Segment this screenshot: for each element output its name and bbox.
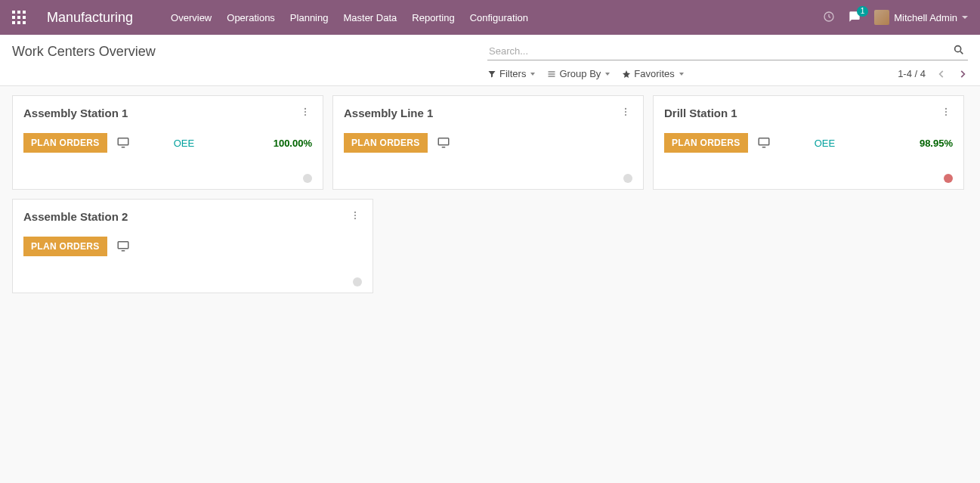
svg-point-16 <box>625 111 626 113</box>
svg-point-24 <box>354 215 356 216</box>
svg-rect-2 <box>23 11 26 14</box>
svg-rect-14 <box>118 138 128 144</box>
apps-icon[interactable] <box>12 11 26 24</box>
card-title: Assembly Line 1 <box>344 107 433 119</box>
svg-point-19 <box>945 108 947 110</box>
svg-point-13 <box>305 114 306 116</box>
svg-point-25 <box>354 218 356 219</box>
clock-icon[interactable] <box>823 11 835 25</box>
nav-reporting[interactable]: Reporting <box>404 0 462 35</box>
tablet-icon[interactable] <box>437 135 450 151</box>
nav-planning[interactable]: Planning <box>283 0 336 35</box>
plan-orders-button[interactable]: PLAN ORDERS <box>23 133 107 153</box>
workcenter-card[interactable]: Assemble Station 2 PLAN ORDERS <box>12 199 373 293</box>
workcenter-card[interactable]: Assembly Line 1 PLAN ORDERS <box>332 95 644 190</box>
plan-orders-button[interactable]: PLAN ORDERS <box>664 133 748 153</box>
svg-point-15 <box>625 108 626 110</box>
svg-point-23 <box>354 212 356 213</box>
oee-label[interactable]: OEE <box>815 138 835 149</box>
avatar <box>874 10 889 25</box>
plan-orders-button[interactable]: PLAN ORDERS <box>23 237 107 256</box>
pager-text[interactable]: 1-4 / 4 <box>898 68 926 79</box>
control-panel: Work Centers Overview Filters Group By <box>0 35 980 86</box>
user-menu[interactable]: Mitchell Admin <box>874 10 968 25</box>
filters-label: Filters <box>499 68 526 79</box>
chevron-down-icon <box>530 73 535 76</box>
messaging-button[interactable]: 1 <box>849 11 861 25</box>
workcenter-card[interactable]: Assembly Station 1 PLAN ORDERS OEE 100.0… <box>12 95 323 190</box>
search-input[interactable] <box>487 42 950 60</box>
search-icon[interactable] <box>950 44 968 58</box>
status-dot[interactable] <box>353 277 362 286</box>
star-icon <box>622 70 631 79</box>
svg-rect-26 <box>118 241 128 248</box>
favorites-button[interactable]: Favorites <box>622 68 683 79</box>
svg-point-17 <box>625 114 626 116</box>
nav-configuration[interactable]: Configuration <box>462 0 536 35</box>
svg-rect-4 <box>17 16 20 19</box>
plan-orders-button[interactable]: PLAN ORDERS <box>344 133 428 153</box>
card-menu-icon[interactable] <box>939 105 953 121</box>
svg-rect-8 <box>23 21 26 24</box>
workcenter-card[interactable]: Drill Station 1 PLAN ORDERS OEE 98.95% <box>653 95 964 190</box>
card-menu-icon[interactable] <box>298 105 312 121</box>
tablet-icon[interactable] <box>116 135 130 151</box>
card-menu-icon[interactable] <box>348 209 362 224</box>
svg-rect-3 <box>12 16 15 19</box>
card-menu-icon[interactable] <box>619 105 632 121</box>
kanban-container: Assembly Station 1 PLAN ORDERS OEE 100.0… <box>0 86 980 302</box>
page-title: Work Centers Overview <box>12 44 156 60</box>
app-brand[interactable]: Manufacturing <box>47 10 133 26</box>
nav-operations[interactable]: Operations <box>219 0 283 35</box>
chevron-down-icon <box>679 73 684 76</box>
filters-button[interactable]: Filters <box>487 68 535 79</box>
svg-rect-6 <box>12 21 15 24</box>
user-name: Mitchell Admin <box>894 12 957 23</box>
svg-rect-0 <box>12 11 15 14</box>
card-title: Assemble Station 2 <box>23 210 128 223</box>
group-by-label: Group By <box>559 68 601 79</box>
svg-rect-5 <box>23 16 26 19</box>
svg-point-21 <box>945 114 947 116</box>
svg-point-20 <box>945 111 947 113</box>
nav-menu: Overview Operations Planning Master Data… <box>163 0 536 35</box>
svg-point-12 <box>305 111 306 113</box>
pager-next[interactable] <box>957 69 968 79</box>
oee-value: 100.00% <box>274 138 312 149</box>
svg-rect-18 <box>438 138 449 144</box>
oee-label[interactable]: OEE <box>174 138 194 149</box>
svg-rect-7 <box>17 21 20 24</box>
status-dot[interactable] <box>623 174 632 183</box>
nav-master-data[interactable]: Master Data <box>335 0 404 35</box>
tablet-icon[interactable] <box>757 135 771 151</box>
favorites-label: Favorites <box>634 68 674 79</box>
status-dot[interactable] <box>303 174 312 183</box>
svg-rect-22 <box>759 138 769 144</box>
nav-overview[interactable]: Overview <box>163 0 219 35</box>
svg-point-11 <box>305 108 306 110</box>
top-navbar: Manufacturing Overview Operations Planni… <box>0 0 980 35</box>
list-icon <box>547 70 556 79</box>
pager: 1-4 / 4 <box>898 68 968 79</box>
status-dot[interactable] <box>944 174 953 183</box>
pager-prev[interactable] <box>936 69 947 79</box>
svg-point-10 <box>955 46 961 52</box>
group-by-button[interactable]: Group By <box>547 68 610 79</box>
svg-rect-1 <box>17 11 20 14</box>
search-bar <box>487 42 968 60</box>
funnel-icon <box>487 70 496 79</box>
tablet-icon[interactable] <box>116 239 130 255</box>
message-count-badge: 1 <box>857 6 869 17</box>
card-title: Assembly Station 1 <box>23 107 128 119</box>
card-title: Drill Station 1 <box>664 107 737 119</box>
chevron-down-icon <box>605 73 610 76</box>
oee-value: 98.95% <box>920 138 953 149</box>
chevron-down-icon <box>962 16 968 19</box>
